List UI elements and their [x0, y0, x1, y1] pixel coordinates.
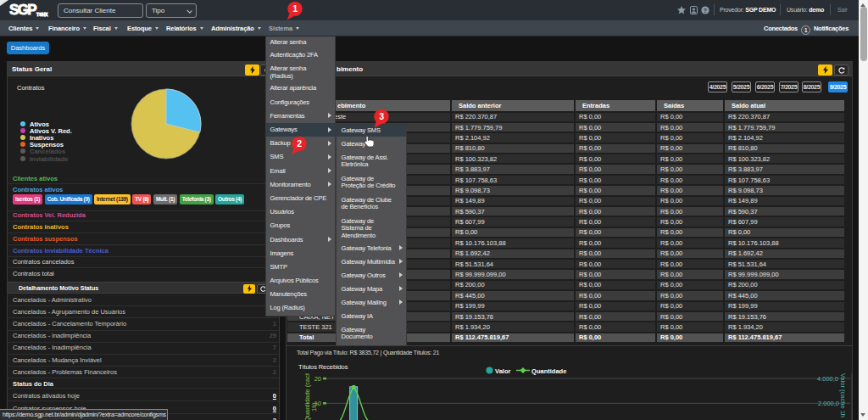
svg-text:1: 1 [292, 3, 298, 14]
svg-text:20: 20 [314, 375, 321, 383]
svg-text:Quantidade (cache: Quantidade (cache [303, 373, 311, 420]
svg-text:3: 3 [379, 111, 384, 121]
svg-text:?: ? [704, 8, 707, 14]
svg-text:2.000,0: 2.000,0 [818, 400, 839, 407]
svg-text:4.000,0: 4.000,0 [817, 375, 838, 383]
svg-text:1h): 1h) [310, 402, 318, 412]
svg-text:Valor (cache 1h: Valor (cache 1h [839, 373, 847, 417]
svg-text:2: 2 [297, 138, 302, 148]
